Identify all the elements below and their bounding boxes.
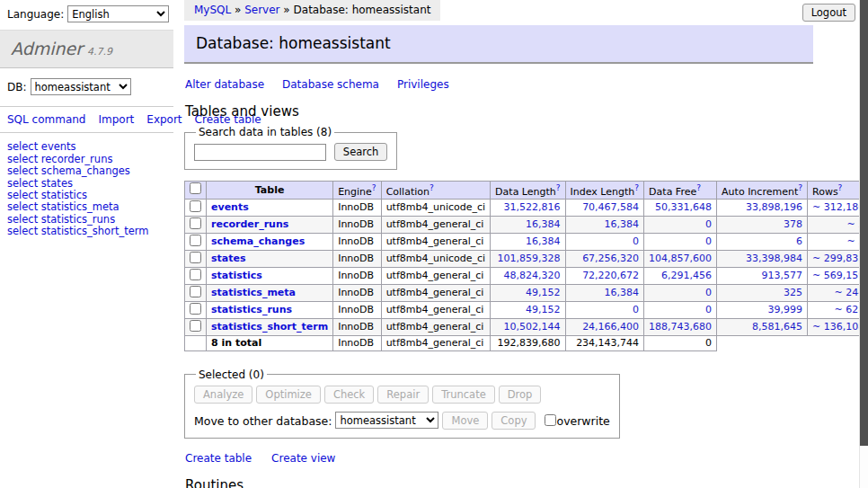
- table-link-statistics[interactable]: statistics: [211, 270, 262, 281]
- total-data-length: 192,839,680: [491, 335, 565, 350]
- copy-button[interactable]: Copy: [492, 412, 536, 430]
- help-link-data-free[interactable]: ?: [696, 183, 701, 192]
- row-checkbox[interactable]: [190, 286, 201, 297]
- row-checkbox[interactable]: [190, 235, 201, 246]
- table-link-schema-changes[interactable]: schema_changes: [211, 235, 305, 247]
- table-row-schema-changes: schema_changesInnoDButf8mb4_general_ci16…: [185, 233, 868, 250]
- sidebar-link-select-statistics-meta[interactable]: select statistics_meta: [7, 200, 120, 213]
- sidebar-link-select-statistics[interactable]: select statistics: [7, 189, 87, 201]
- move-db-select[interactable]: homeassistant: [335, 412, 438, 429]
- sidebar-link-export[interactable]: Export: [146, 113, 182, 126]
- sidebar: Language:English Adminer4.7.9 DB:homeass…: [0, 0, 173, 246]
- sidebar-link-select-recorder-runs[interactable]: select recorder_runs: [7, 153, 112, 165]
- table-name-cell: statistics_meta: [207, 284, 333, 301]
- table-link-statistics-runs[interactable]: statistics_runs: [211, 304, 292, 315]
- breadcrumb-item-server[interactable]: Server: [244, 4, 279, 16]
- scrollbar-thumb[interactable]: [860, 0, 868, 446]
- engine-cell: InnoDB: [333, 199, 381, 216]
- sidebar-link-sql-command[interactable]: SQL command: [7, 113, 85, 126]
- action-link-privileges[interactable]: Privileges: [397, 78, 449, 91]
- table-row-recorder-runs: recorder_runsInnoDButf8mb4_general_ci16,…: [185, 216, 868, 233]
- logout-button[interactable]: Logout: [802, 4, 855, 22]
- column-help-sup: ?: [696, 182, 701, 192]
- help-link-auto-increment[interactable]: ?: [798, 183, 802, 192]
- table-name-cell: events: [207, 199, 333, 216]
- db-select[interactable]: homeassistant: [31, 78, 131, 95]
- move-button[interactable]: Move: [442, 412, 488, 430]
- data_length-value: 31,522,816: [491, 199, 565, 216]
- optimize-button[interactable]: Optimize: [256, 386, 321, 404]
- check-button[interactable]: Check: [324, 386, 374, 404]
- sidebar-table-link-item: select events: [7, 141, 166, 153]
- table-name-cell: statistics: [207, 267, 333, 284]
- search-button[interactable]: Search: [334, 143, 388, 161]
- total-engine: InnoDB: [333, 335, 381, 350]
- table-link-statistics-short-term[interactable]: statistics_short_term: [211, 321, 328, 333]
- repair-button[interactable]: Repair: [377, 386, 429, 404]
- sidebar-table-link-item: select statistics_meta: [7, 201, 166, 213]
- sidebar-link-select-events[interactable]: select events: [7, 140, 76, 153]
- sidebar-link-select-schema-changes[interactable]: select schema_changes: [7, 164, 130, 177]
- row-checkbox-cell: [185, 318, 207, 335]
- truncate-button[interactable]: Truncate: [432, 386, 495, 404]
- header-checkbox-cell: [185, 182, 207, 200]
- data_free-value: 188,743,680: [644, 318, 717, 335]
- row-checkbox[interactable]: [190, 252, 201, 263]
- row-checkbox[interactable]: [190, 217, 201, 229]
- sidebar-link-select-states[interactable]: select states: [7, 177, 73, 190]
- collation-cell: utf8mb4_general_ci: [381, 318, 490, 335]
- row-checkbox[interactable]: [190, 320, 201, 332]
- create-table-view-links: Create tableCreate view: [185, 452, 813, 465]
- page-scrollbar[interactable]: [859, 0, 868, 488]
- language-select[interactable]: English: [67, 5, 169, 22]
- bottom-link-create-table[interactable]: Create table: [185, 452, 252, 465]
- action-link-alter-database[interactable]: Alter database: [185, 78, 264, 91]
- data_length-value: 16,384: [491, 216, 565, 233]
- sidebar-link-select-statistics-runs[interactable]: select statistics_runs: [7, 213, 115, 226]
- column-header-table: Table: [207, 182, 333, 200]
- auto_increment-value: 378: [717, 216, 808, 233]
- select-all-checkbox[interactable]: [190, 182, 201, 194]
- row-checkbox[interactable]: [190, 303, 201, 315]
- search-legend: Search data in tables (8): [196, 126, 334, 138]
- help-link-rows[interactable]: ?: [838, 183, 843, 192]
- drop-button[interactable]: Drop: [499, 386, 542, 404]
- sidebar-link-select-statistics-short-term[interactable]: select statistics_short_term: [7, 225, 148, 237]
- row-checkbox[interactable]: [190, 200, 201, 212]
- table-row-statistics-runs: statistics_runsInnoDButf8mb4_general_ci4…: [185, 301, 868, 318]
- data_length-value: 49,152: [491, 284, 565, 301]
- breadcrumb-item-mysql[interactable]: MySQL: [194, 4, 231, 16]
- help-link-collation[interactable]: ?: [430, 183, 434, 192]
- data_free-value: 104,857,600: [644, 250, 717, 267]
- breadcrumb-item-database-homeassistant: Database: homeassistant: [294, 4, 431, 16]
- table-link-events[interactable]: events: [211, 201, 249, 213]
- bottom-link-create-view[interactable]: Create view: [271, 452, 335, 465]
- engine-cell: InnoDB: [333, 301, 381, 318]
- data_length-value: 49,152: [491, 301, 565, 318]
- row-checkbox[interactable]: [190, 269, 201, 280]
- column-header-collation: Collation?: [381, 182, 490, 200]
- search-input[interactable]: [194, 144, 326, 161]
- sidebar-link-import[interactable]: Import: [98, 113, 134, 126]
- help-link-engine[interactable]: ?: [372, 183, 376, 192]
- page-title: Database: homeassistant: [184, 25, 813, 64]
- action-link-database-schema[interactable]: Database schema: [282, 78, 379, 91]
- language-row: Language:English: [0, 0, 173, 26]
- table-link-recorder-runs[interactable]: recorder_runs: [211, 218, 288, 230]
- data_free-value: 0: [644, 284, 717, 301]
- row-checkbox-cell: [185, 199, 207, 216]
- column-help-sup: ?: [634, 182, 639, 192]
- table-row-statistics: statisticsInnoDButf8mb4_general_ci48,824…: [185, 267, 868, 284]
- help-link-data-length[interactable]: ?: [556, 183, 561, 192]
- engine-cell: InnoDB: [333, 233, 381, 250]
- analyze-button[interactable]: Analyze: [194, 386, 252, 404]
- overwrite-checkbox[interactable]: [545, 414, 556, 426]
- table-link-states[interactable]: states: [211, 253, 246, 264]
- table-row-statistics-meta: statistics_metaInnoDButf8mb4_general_ci4…: [185, 284, 868, 301]
- column-header-auto-increment: Auto Increment?: [717, 182, 808, 200]
- column-header-data-free: Data Free?: [644, 182, 717, 200]
- auto_increment-value: 33,898,196: [717, 199, 808, 216]
- table-link-statistics-meta[interactable]: statistics_meta: [211, 287, 296, 298]
- help-link-index-length[interactable]: ?: [634, 183, 639, 192]
- column-header-engine: Engine?: [333, 182, 381, 200]
